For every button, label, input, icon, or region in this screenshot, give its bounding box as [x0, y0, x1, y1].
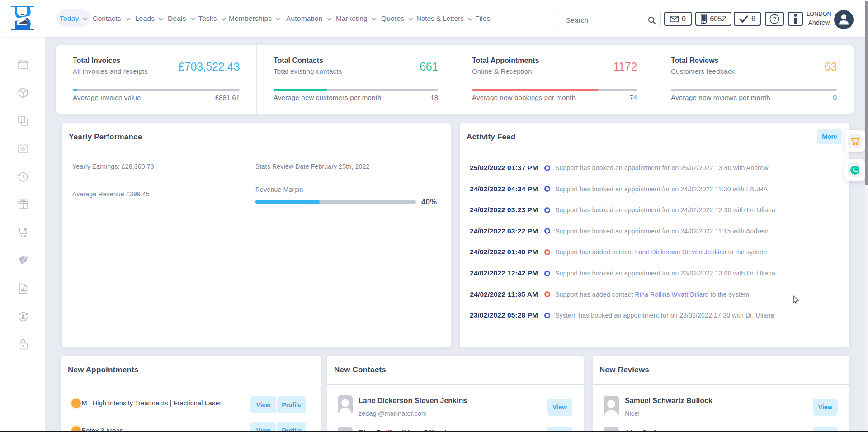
svg-text:12: 12: [21, 64, 25, 68]
svg-text:?: ?: [773, 16, 776, 22]
svg-text:$: $: [22, 259, 24, 263]
